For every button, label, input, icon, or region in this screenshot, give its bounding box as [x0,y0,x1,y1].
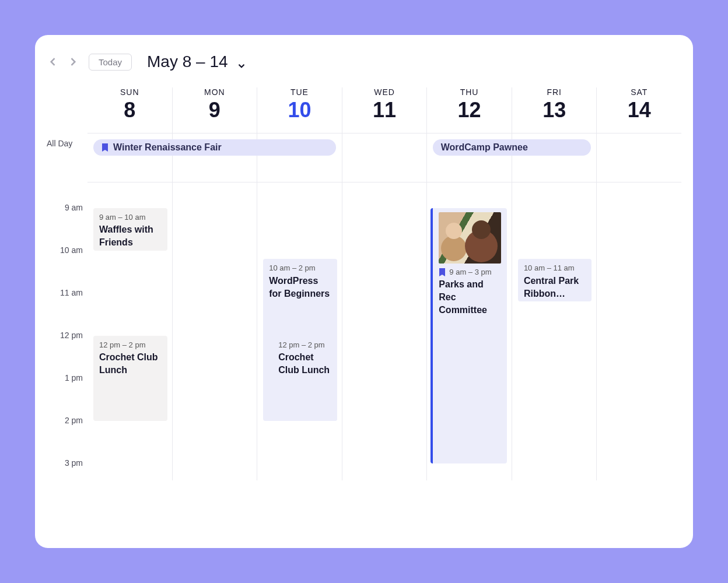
time-label: 2 pm [47,395,88,438]
date-range-label: May 8 – 14 [147,52,228,71]
allday-cell[interactable] [596,134,681,182]
calendar-event[interactable]: 9 am – 10 amWaffles with Friends [93,208,167,251]
event-title: Waffles with Friends [99,223,162,248]
day-headers: SUN 8MON 9TUE 10WED 11THU 12FRI 13SAT 14 [88,87,681,134]
allday-event-title: WordCamp Pawnee [441,142,528,153]
day-header[interactable]: FRI 13 [512,87,597,133]
event-time: 9 am – 3 pm [449,267,491,278]
time-label: 3 pm [47,438,88,480]
day-column[interactable]: 10 am – 2 pmWordPress for Beginners12 pm… [257,182,342,480]
day-number: 13 [512,98,597,122]
time-label: 12 pm [47,310,88,353]
day-of-week: FRI [512,87,597,97]
day-header[interactable]: THU 12 [426,87,512,133]
calendar-event[interactable]: 9 am – 3 pmParks and Rec Committee [430,208,507,463]
event-thumbnail [439,212,501,264]
calendar-card: Today May 8 – 14 All Day SUN 8MON 9TUE 1… [35,35,693,548]
day-column[interactable] [172,182,257,480]
date-range-picker[interactable]: May 8 – 14 [147,52,247,71]
event-time: 12 pm – 2 pm [99,340,146,350]
day-of-week: SAT [597,87,681,97]
day-number: 12 [427,98,512,122]
time-gutter: All Day [47,87,88,182]
calendar-event[interactable]: 12 pm – 2 pmCrochet Club Lunch [93,336,167,421]
allday-label: All Day [47,133,88,148]
event-title: Crochet Club Lunch [278,351,331,376]
day-number: 14 [597,98,681,122]
day-header[interactable]: WED 11 [342,87,427,133]
day-number: 10 [257,98,342,122]
event-title: Parks and Rec Committee [439,278,501,316]
day-column[interactable]: 10 am – 11 amCentral Park Ribbon… [512,182,597,480]
event-time: 12 pm – 2 pm [278,340,325,350]
time-label: 1 pm [47,353,88,395]
allday-event-title: Winter Renaissance Fair [113,142,222,153]
day-header[interactable]: MON 9 [172,87,257,133]
event-time: 9 am – 10 am [99,212,146,223]
next-week-button[interactable] [66,55,79,68]
day-column[interactable]: 9 am – 3 pmParks and Rec Committee [426,182,512,480]
day-of-week: SUN [88,87,172,97]
allday-cell[interactable] [342,134,427,182]
day-column[interactable] [342,182,427,480]
event-time: 10 am – 2 pm [269,263,316,273]
bookmark-icon [102,143,108,152]
allday-row: Winter Renaissance FairWordCamp Pawnee [88,134,681,182]
calendar-event[interactable]: 12 pm – 2 pmCrochet Club Lunch [272,336,337,421]
time-labels: 9 am10 am11 am12 pm1 pm2 pm3 pm [47,182,88,480]
day-column[interactable] [596,182,681,480]
time-label: 11 am [47,268,88,310]
day-columns: 9 am – 10 amWaffles with Friends12 pm – … [88,182,681,480]
day-of-week: TUE [257,87,342,97]
time-label: 9 am [47,182,88,225]
allday-event[interactable]: WordCamp Pawnee [433,139,591,156]
event-title: Crochet Club Lunch [99,351,162,376]
bookmark-icon [439,268,446,276]
time-label: 10 am [47,225,88,268]
prev-week-button[interactable] [47,55,60,68]
calendar-toolbar: Today May 8 – 14 [47,52,681,87]
day-header[interactable]: SAT 14 [596,87,681,133]
week-nav [47,55,79,68]
day-header[interactable]: TUE 10 [257,87,342,133]
today-button[interactable]: Today [89,54,132,71]
chevron-down-icon [236,57,247,67]
day-of-week: MON [173,87,257,97]
event-title: WordPress for Beginners [269,275,331,300]
day-number: 9 [173,98,257,122]
calendar-grid: All Day SUN 8MON 9TUE 10WED 11THU 12FRI … [47,87,681,182]
event-time: 10 am – 11 am [524,263,575,273]
allday-event[interactable]: Winter Renaissance Fair [93,139,336,156]
day-header[interactable]: SUN 8 [88,87,172,133]
day-of-week: THU [427,87,512,97]
event-title: Central Park Ribbon… [524,275,586,300]
day-number: 11 [342,98,427,122]
day-number: 8 [88,98,172,122]
calendar-body: 9 am10 am11 am12 pm1 pm2 pm3 pm 9 am – 1… [47,182,681,480]
day-of-week: WED [342,87,427,97]
calendar-event[interactable]: 10 am – 11 amCentral Park Ribbon… [518,259,592,301]
day-column[interactable]: 9 am – 10 amWaffles with Friends12 pm – … [88,182,172,480]
